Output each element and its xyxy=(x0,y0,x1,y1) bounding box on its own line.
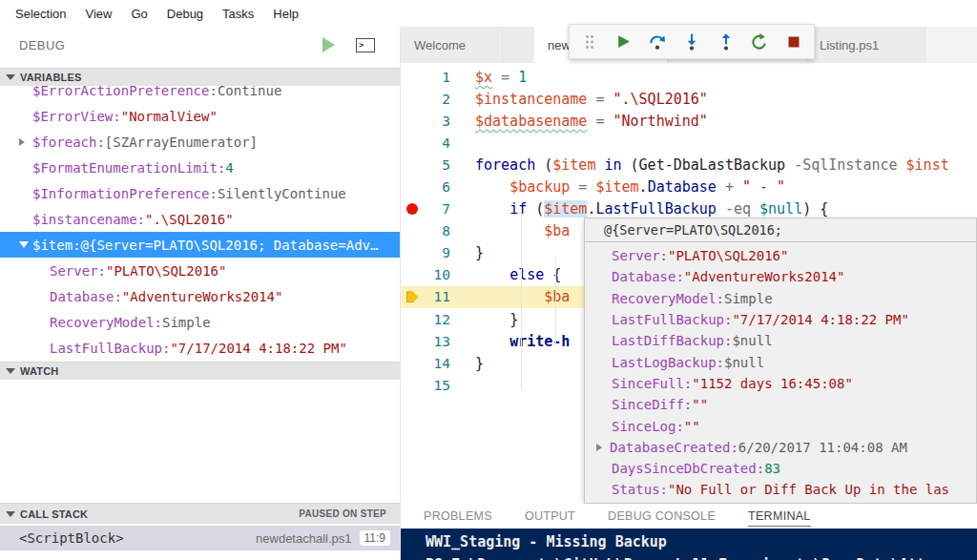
code-text: } xyxy=(475,244,484,261)
callstack-frame-row[interactable]: <ScriptBlock> newdetachall.ps1 11:9 xyxy=(0,526,400,550)
variable-row[interactable]: $ErrorActionPreference: Continue xyxy=(0,86,400,103)
variable-value: @{Server=PLATO\SQL2016; Database=Adv… xyxy=(81,238,379,253)
code-token xyxy=(475,266,509,283)
gutter-spacer xyxy=(401,220,424,242)
panel-title: DEBUG xyxy=(19,38,322,52)
variable-row[interactable]: LastFullBackup: "7/17/2014 4:18:22 PM" xyxy=(0,335,400,361)
start-debug-icon[interactable] xyxy=(322,37,335,52)
step-out-icon[interactable] xyxy=(716,31,737,52)
code-token: } xyxy=(475,244,484,261)
code-token: $item xyxy=(595,178,638,196)
variable-row[interactable]: $foreach: [SZArrayEnumerator] xyxy=(0,129,400,155)
collapse-icon xyxy=(6,511,15,517)
menu-item-view[interactable]: View xyxy=(75,7,121,21)
variables-section-header[interactable]: VARIABLES xyxy=(0,68,400,86)
code-line[interactable]: 3$databasename = "Northwind" xyxy=(401,110,977,132)
gutter-spacer xyxy=(401,374,424,396)
code-token: $ba xyxy=(544,288,570,305)
variable-row[interactable]: Database: "AdventureWorks2014" xyxy=(0,283,400,309)
gutter-spacer xyxy=(401,176,424,197)
tooltip-property-value: 83 xyxy=(764,461,780,476)
variable-row[interactable]: $FormatEnumerationLimit: 4 xyxy=(0,155,400,180)
tooltip-row[interactable]: DaysSinceDbCreated: 83 xyxy=(585,458,976,479)
variables-list: $ErrorActionPreference: Continue$ErrorVi… xyxy=(0,86,400,362)
debug-sidebar: DEBUG > VARIABLES $ErrorActionPreference… xyxy=(0,27,401,560)
step-into-icon[interactable] xyxy=(681,31,702,52)
code-token: + xyxy=(717,178,742,196)
drag-handle-icon[interactable] xyxy=(579,31,600,52)
code-line[interactable]: 2$instancename = ".\SQL2016" xyxy=(401,88,977,110)
breakpoint-icon[interactable] xyxy=(406,203,418,215)
variable-row[interactable]: Server: "PLATO\SQL2016" xyxy=(0,258,400,283)
line-number: 5 xyxy=(424,157,462,173)
variable-row[interactable]: $ErrorView: "NormalView" xyxy=(0,103,400,129)
menu-bar: SelectionViewGoDebugTasksHelp xyxy=(0,0,977,27)
menu-item-selection[interactable]: Selection xyxy=(6,7,75,21)
step-over-icon[interactable] xyxy=(647,31,668,52)
current-line-arrow-icon xyxy=(406,291,419,302)
code-line[interactable]: 6 $backup = $item.Database + " - " xyxy=(401,176,977,197)
stop-icon[interactable] xyxy=(783,31,804,52)
variable-row[interactable]: $InformationPreference: SilentlyContinue xyxy=(0,180,400,206)
variable-row[interactable]: $instancename: ".\SQL2016" xyxy=(0,206,400,232)
code-line[interactable]: 5foreach ($item in (Get-DbaLastBackup -S… xyxy=(401,154,977,176)
tooltip-row[interactable]: SinceDiff: "" xyxy=(585,394,976,415)
bottom-tab-output[interactable]: OUTPUT xyxy=(525,509,575,526)
code-token xyxy=(475,333,509,350)
tooltip-row[interactable]: Status: "No Full or Diff Back Up in the … xyxy=(585,479,976,500)
menu-item-help[interactable]: Help xyxy=(263,7,308,21)
tab-welcome[interactable]: Welcome xyxy=(401,27,503,63)
menu-item-debug[interactable]: Debug xyxy=(157,7,213,21)
gutter-spacer xyxy=(401,308,424,330)
continue-icon[interactable] xyxy=(613,31,634,52)
variable-value: ".\SQL2016" xyxy=(145,212,234,227)
bottom-tab-terminal[interactable]: TERMINAL xyxy=(748,509,811,527)
tooltip-row[interactable]: SinceFull: "1152 days 16:45:08" xyxy=(585,373,976,394)
code-token xyxy=(475,200,509,218)
code-text: $databasename = "Northwind" xyxy=(475,113,708,130)
tooltip-row[interactable]: Server: "PLATO\SQL2016" xyxy=(585,245,976,266)
tooltip-property-name: DaysSinceDbCreated: xyxy=(612,461,764,476)
tooltip-row[interactable]: LastFullBackup: "7/17/2014 4:18:22 PM" xyxy=(585,309,976,330)
collapse-icon xyxy=(6,368,15,374)
tooltip-row[interactable]: DatabaseCreated: 6/20/2017 11:04:08 AM xyxy=(585,437,976,458)
expanded-icon[interactable] xyxy=(19,241,32,248)
tab-label: Welcome xyxy=(414,38,466,52)
gutter-spacer xyxy=(401,264,424,286)
code-line[interactable]: 4 xyxy=(401,132,977,154)
bottom-tab-problems[interactable]: PROBLEMS xyxy=(424,509,492,526)
code-token: $item xyxy=(552,156,595,174)
variable-row[interactable]: RecoveryModel: Simple xyxy=(0,309,400,335)
tooltip-row[interactable]: LastLogBackup: $null xyxy=(585,351,976,372)
twisty-glyph xyxy=(596,444,602,451)
menu-item-go[interactable]: Go xyxy=(121,7,156,21)
variable-row[interactable]: $item: @{Server=PLATO\SQL2016; Database=… xyxy=(0,232,400,258)
callstack-section-header[interactable]: CALL STACK PAUSED ON STEP xyxy=(0,503,400,524)
debug-console-icon[interactable]: > xyxy=(356,38,375,52)
tooltip-row[interactable]: SinceLog: "" xyxy=(585,415,976,436)
tooltip-rows: Server: "PLATO\SQL2016"Database: "Advent… xyxy=(585,242,976,501)
tooltip-property-value: "7/17/2014 4:18:22 PM" xyxy=(732,312,908,327)
restart-icon[interactable] xyxy=(749,31,770,52)
collapsed-icon[interactable] xyxy=(596,444,610,451)
tooltip-row[interactable]: Database: "AdventureWorks2014" xyxy=(585,266,976,287)
tooltip-row[interactable]: RecoveryModel: Simple xyxy=(585,288,976,309)
breakpoint-gutter[interactable] xyxy=(401,198,424,220)
code-token: $ba xyxy=(544,222,570,239)
watch-section-header[interactable]: WATCH xyxy=(0,362,400,380)
code-token: in xyxy=(595,156,621,174)
bottom-tab-debug-console[interactable]: DEBUG CONSOLE xyxy=(608,509,716,526)
tooltip-property-value: "No Full or Diff Back Up in the las xyxy=(668,482,949,497)
collapsed-icon[interactable] xyxy=(19,138,32,146)
gutter-spacer xyxy=(401,66,424,88)
code-token: } xyxy=(475,355,484,372)
current-line-gutter[interactable] xyxy=(401,286,424,308)
paused-status-badge: PAUSED ON STEP xyxy=(299,508,400,519)
line-number: 8 xyxy=(424,223,462,239)
tooltip-row[interactable]: LastDiffBackup: $null xyxy=(585,330,976,351)
terminal-output-line: WWI_Staging - Missing Backup xyxy=(426,533,977,550)
tab-listing[interactable]: Listing.ps1 xyxy=(806,27,925,63)
menu-item-tasks[interactable]: Tasks xyxy=(213,7,263,21)
terminal-panel[interactable]: WWI_Staging - Missing Backup PS E:\Docum… xyxy=(401,529,977,560)
code-line[interactable]: 1$x = 1 xyxy=(401,66,977,88)
